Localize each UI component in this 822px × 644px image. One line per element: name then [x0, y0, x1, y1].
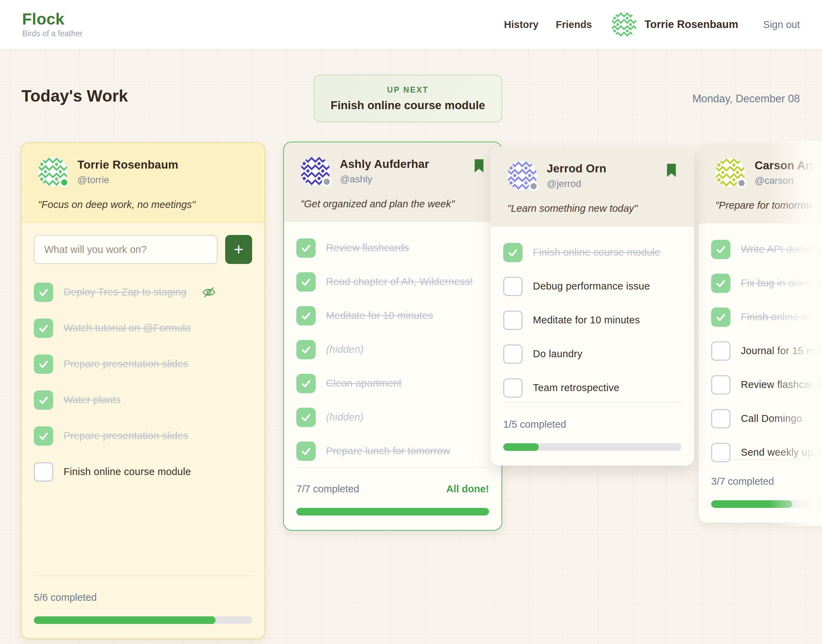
bookmark-icon[interactable]	[666, 163, 677, 179]
task-row: Prepare presentation slides	[34, 354, 252, 374]
task-label: Review flashcards	[326, 241, 409, 256]
task-checkbox[interactable]	[34, 319, 53, 338]
task-row: Team retrospective	[503, 378, 681, 398]
task-checkbox[interactable]	[503, 311, 522, 330]
task-label: Meditate for 10 minutes	[326, 308, 433, 324]
card-body: Finish online course module Debug perfor…	[491, 226, 694, 403]
friend-card: Ashly Aufderhar @ashly "Get organized an…	[283, 142, 502, 531]
task-list: Review flashcards Read chapter of Ah, Wi…	[296, 238, 489, 461]
task-row: Fix bug in alarm m	[711, 274, 822, 293]
sign-out-button[interactable]: Sign out	[763, 19, 800, 31]
progress-fill	[503, 443, 539, 451]
page-date: Monday, December 08	[692, 93, 800, 105]
flock-logo: Flock	[22, 11, 83, 27]
task-row: Journal for 15 min	[711, 341, 822, 361]
user-chip: Torrie Rosenbaum	[611, 12, 738, 37]
member-avatar	[300, 156, 330, 186]
task-checkbox[interactable]	[296, 238, 316, 258]
member-name: Ashly Aufderhar	[340, 158, 429, 171]
card-header: Torrie Rosenbaum @torrie "Focus on deep …	[21, 143, 265, 222]
member-avatar	[715, 158, 745, 187]
task-label: Finish online cour	[741, 310, 821, 325]
member-quote: "Focus on deep work, no meetings"	[38, 199, 248, 210]
add-task-button[interactable]: +	[225, 235, 252, 264]
task-row: Finish online cour	[711, 308, 822, 327]
task-checkbox[interactable]	[503, 378, 522, 398]
task-checkbox[interactable]	[296, 374, 316, 393]
nav-friends[interactable]: Friends	[556, 19, 592, 31]
task-checkbox[interactable]	[34, 426, 53, 446]
new-task-input[interactable]	[34, 235, 217, 264]
up-next-label: UP NEXT	[387, 85, 429, 95]
user-name: Torrie Rosenbaum	[644, 18, 738, 31]
task-label: (hidden)	[326, 410, 364, 425]
up-next-card: UP NEXT Finish online course module	[314, 75, 502, 122]
task-checkbox[interactable]	[34, 354, 53, 374]
progress-fill	[711, 500, 792, 508]
task-checkbox[interactable]	[711, 341, 730, 361]
task-checkbox[interactable]	[296, 408, 316, 427]
task-row: Write API docume	[711, 240, 822, 259]
task-checkbox[interactable]	[711, 240, 730, 259]
member-handle: @jerrod	[547, 178, 606, 189]
up-next-task: Finish online course module	[331, 99, 485, 112]
task-checkbox[interactable]	[711, 409, 730, 428]
member-handle: @torrie	[77, 175, 178, 186]
card-body: Write API docume Fix bug in alarm m Fini…	[699, 223, 822, 460]
task-checkbox[interactable]	[503, 345, 522, 364]
member-name: Torrie Rosenbaum	[77, 158, 178, 171]
task-label: Meditate for 10 minutes	[533, 313, 640, 328]
nav-history[interactable]: History	[504, 19, 539, 31]
task-row: (hidden)	[296, 340, 489, 359]
progress-count: 3/7 completed	[711, 476, 774, 487]
bookmark-icon[interactable]	[473, 158, 485, 175]
header-bar: Flock Birds of a feather History Friends…	[0, 0, 822, 49]
task-checkbox[interactable]	[296, 272, 316, 291]
task-checkbox[interactable]	[296, 306, 316, 325]
task-row: Review flashcards	[296, 238, 489, 258]
hide-task-icon[interactable]	[202, 285, 216, 299]
task-label: Team retrospective	[533, 380, 619, 396]
task-checkbox[interactable]	[711, 274, 730, 293]
footer-divider	[711, 460, 822, 460]
task-checkbox[interactable]	[711, 375, 730, 394]
progress-bar	[711, 500, 822, 508]
task-label: Prepare presentation slides	[64, 357, 188, 372]
task-checkbox[interactable]	[34, 462, 53, 481]
progress-bar	[34, 616, 252, 624]
member-handle: @carson	[755, 175, 822, 186]
avatar-status-dot	[60, 178, 69, 187]
task-label: Prepare presentation slides	[64, 428, 188, 444]
card-footer: 1/5 completed	[491, 403, 694, 465]
task-label: Review flashcards	[741, 377, 822, 393]
task-checkbox[interactable]	[296, 340, 316, 359]
task-row: Deploy Tres-Zap to staging	[34, 283, 252, 302]
member-quote: "Learn something new today"	[507, 203, 677, 214]
task-checkbox[interactable]	[34, 390, 53, 410]
task-row: Prepare lunch for tomorrow	[296, 442, 489, 461]
progress-fill	[34, 616, 216, 624]
task-label: Fix bug in alarm m	[741, 276, 822, 291]
progress-count: 1/5 completed	[503, 419, 566, 430]
my-card: Torrie Rosenbaum @torrie "Focus on deep …	[21, 143, 265, 639]
card-footer: 3/7 completed	[699, 460, 822, 522]
task-checkbox[interactable]	[503, 243, 522, 262]
progress-count: 5/6 completed	[34, 592, 97, 603]
task-label: Clean apartment	[326, 376, 402, 391]
card-header: Jerrod Orn @jerrod "Learn something new …	[491, 147, 694, 226]
task-label: Call Domingo	[741, 411, 802, 426]
task-row: Debug performance issue	[503, 277, 681, 296]
friend-card: Jerrod Orn @jerrod "Learn something new …	[490, 147, 694, 466]
avatar-status-dot	[529, 181, 539, 191]
progress-fill	[296, 508, 489, 515]
task-checkbox[interactable]	[711, 308, 730, 327]
task-checkbox[interactable]	[296, 442, 316, 461]
card-body: Review flashcards Read chapter of Ah, Wi…	[284, 222, 502, 467]
task-row: Review flashcards	[711, 375, 822, 394]
task-row: Water plants	[34, 390, 252, 410]
avatar-status-dot	[737, 178, 746, 188]
task-checkbox[interactable]	[503, 277, 522, 296]
card-header: Ashly Aufderhar @ashly "Get organized an…	[284, 143, 502, 222]
task-label: (hidden)	[326, 342, 364, 357]
task-checkbox[interactable]	[34, 283, 53, 302]
